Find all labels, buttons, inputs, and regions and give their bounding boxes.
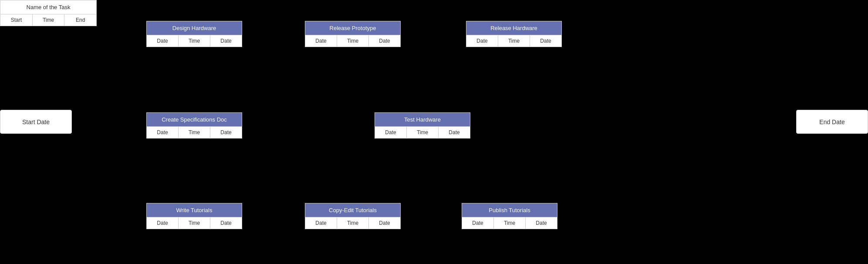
task-date-end: Date	[369, 35, 400, 47]
task-date-start: Date	[147, 217, 179, 229]
task-time: Time	[498, 35, 530, 47]
task-date-start: Date	[305, 217, 337, 229]
task-row: Date Time Date	[466, 35, 561, 47]
task-row: Date Time Date	[462, 217, 557, 229]
task-date-start: Date	[466, 35, 498, 47]
task-time: Time	[179, 35, 210, 47]
legend-col3: End	[64, 14, 96, 26]
task-date-end: Date	[210, 127, 242, 138]
task-date-start: Date	[462, 217, 494, 229]
task-header: Create Specifications Doc	[147, 113, 242, 126]
task-card: Write Tutorials Date Time Date	[146, 203, 242, 229]
task-time: Time	[179, 127, 210, 138]
task-date-start: Date	[147, 35, 179, 47]
task-date-end: Date	[439, 127, 470, 138]
task-time: Time	[407, 127, 439, 138]
task-card: Copy-Edit Tutorials Date Time Date	[305, 203, 401, 229]
task-date-end: Date	[526, 217, 557, 229]
task-date-start: Date	[305, 35, 337, 47]
task-date-end: Date	[369, 217, 400, 229]
task-header: Design Hardware	[147, 21, 242, 35]
task-card: Design Hardware Date Time Date	[146, 21, 242, 47]
task-card: Release Prototype Date Time Date	[305, 21, 401, 47]
legend-title: Name of the Task	[0, 0, 96, 14]
task-time: Time	[337, 217, 369, 229]
task-row: Date Time Date	[305, 217, 400, 229]
task-time: Time	[179, 217, 210, 229]
end-date-box: End Date	[796, 110, 868, 134]
task-header: Copy-Edit Tutorials	[305, 203, 400, 217]
legend-col2: Time	[33, 14, 65, 26]
task-header: Test Hardware	[375, 113, 470, 126]
task-header: Release Prototype	[305, 21, 400, 35]
end-date-label: End Date	[819, 118, 844, 125]
task-row: Date Time Date	[305, 35, 400, 47]
task-date-end: Date	[530, 35, 561, 47]
task-date-end: Date	[210, 35, 242, 47]
task-card: Create Specifications Doc Date Time Date	[146, 112, 242, 139]
task-row: Date Time Date	[147, 35, 242, 47]
legend-col1: Start	[0, 14, 33, 26]
task-date-end: Date	[210, 217, 242, 229]
task-date-start: Date	[375, 127, 407, 138]
task-time: Time	[337, 35, 369, 47]
start-date-box: Start Date	[0, 110, 72, 134]
legend-row: Start Time End	[0, 14, 96, 26]
task-row: Date Time Date	[147, 217, 242, 229]
task-time: Time	[494, 217, 526, 229]
task-card: Publish Tutorials Date Time Date	[462, 203, 557, 229]
task-header: Publish Tutorials	[462, 203, 557, 217]
task-card: Release Hardware Date Time Date	[466, 21, 562, 47]
task-header: Release Hardware	[466, 21, 561, 35]
legend-card: Name of the Task Start Time End	[0, 0, 97, 26]
start-date-label: Start Date	[22, 118, 50, 125]
task-card: Test Hardware Date Time Date	[375, 112, 470, 139]
task-row: Date Time Date	[147, 126, 242, 138]
task-date-start: Date	[147, 127, 179, 138]
task-header: Write Tutorials	[147, 203, 242, 217]
task-row: Date Time Date	[375, 126, 470, 138]
